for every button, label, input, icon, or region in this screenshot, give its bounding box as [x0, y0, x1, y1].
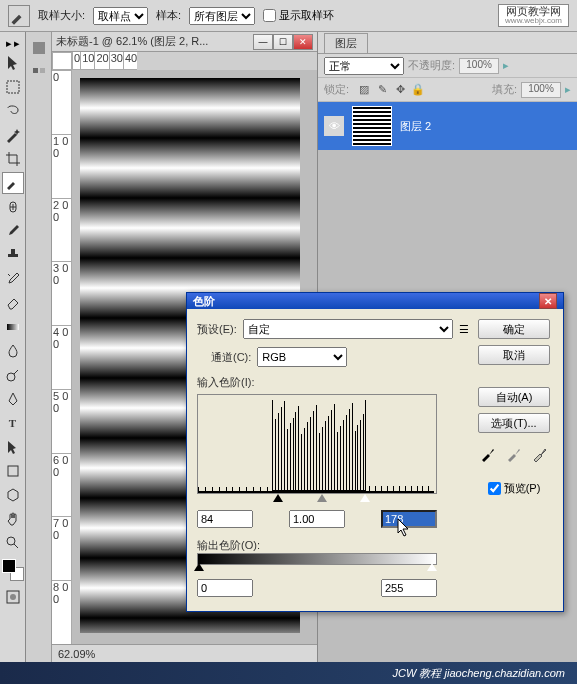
input-white-field[interactable] [381, 510, 437, 528]
layer-item[interactable]: 👁 图层 2 [318, 102, 577, 150]
close-button[interactable]: ✕ [293, 34, 313, 50]
svg-rect-9 [33, 68, 38, 73]
ruler-corner [52, 52, 72, 70]
3d-tool-icon[interactable] [2, 484, 24, 506]
path-select-tool-icon[interactable] [2, 436, 24, 458]
zoom-tool-icon[interactable] [2, 532, 24, 554]
gradient-tool-icon[interactable] [2, 316, 24, 338]
lasso-tool-icon[interactable] [2, 100, 24, 122]
cancel-button[interactable]: 取消 [478, 345, 550, 365]
eyedropper-tool-icon[interactable] [2, 172, 24, 194]
svg-rect-8 [33, 42, 45, 54]
lock-brush-icon[interactable]: ✎ [375, 83, 389, 97]
options-button[interactable]: 选项(T)... [478, 413, 550, 433]
horizontal-ruler[interactable]: 0 10 20 30 40 [72, 52, 137, 70]
dialog-titlebar[interactable]: 色阶 ✕ [187, 293, 563, 309]
move-tool-icon[interactable] [2, 52, 24, 74]
maximize-button[interactable]: ☐ [273, 34, 293, 50]
fill-arrow-icon[interactable]: ▸ [565, 83, 571, 96]
collapse-arrow-icon[interactable]: ▸ [6, 37, 12, 50]
input-black-field[interactable] [197, 510, 253, 528]
minimize-button[interactable]: — [253, 34, 273, 50]
marquee-tool-icon[interactable] [2, 76, 24, 98]
wand-tool-icon[interactable] [2, 124, 24, 146]
window-titlebar[interactable]: 未标题-1 @ 62.1% (图层 2, R... — ☐ ✕ [52, 32, 317, 52]
lock-move-icon[interactable]: ✥ [393, 83, 407, 97]
preset-label: 预设(E): [197, 322, 237, 337]
opacity-value[interactable]: 100% [459, 58, 499, 74]
healing-tool-icon[interactable] [2, 196, 24, 218]
sample-select[interactable]: 所有图层 [189, 7, 255, 25]
output-gradient [197, 553, 437, 565]
preview-input[interactable] [488, 482, 501, 495]
show-ring-checkbox[interactable]: 显示取样环 [263, 8, 334, 23]
dialog-close-button[interactable]: ✕ [539, 293, 557, 309]
midtone-slider[interactable] [317, 494, 327, 502]
crop-tool-icon[interactable] [2, 148, 24, 170]
out-black-slider[interactable] [194, 563, 204, 571]
channel-label: 通道(C): [211, 350, 251, 365]
brand-box: 网页教学网 www.webjx.com [498, 4, 569, 28]
eraser-tool-icon[interactable] [2, 292, 24, 314]
dialog-title: 色阶 [193, 294, 539, 309]
output-black-field[interactable] [197, 579, 253, 597]
lock-all-icon[interactable]: 🔒 [411, 83, 425, 97]
layer-thumbnail[interactable] [352, 106, 392, 146]
toolbox: ▸ ▸ T [0, 32, 26, 662]
collapse-arrow-icon[interactable]: ▸ [14, 37, 20, 50]
input-slider[interactable] [197, 496, 437, 506]
output-slider[interactable] [197, 565, 437, 575]
white-eyedropper-icon[interactable] [530, 445, 550, 465]
lock-transparency-icon[interactable]: ▨ [357, 83, 371, 97]
input-gamma-field[interactable] [289, 510, 345, 528]
visibility-eye-icon[interactable]: 👁 [324, 116, 344, 136]
fill-value[interactable]: 100% [521, 82, 561, 98]
show-ring-input[interactable] [263, 9, 276, 22]
opacity-arrow-icon[interactable]: ▸ [503, 59, 509, 72]
out-white-slider[interactable] [427, 563, 437, 571]
black-eyedropper-icon[interactable] [478, 445, 498, 465]
swatches-dock-icon[interactable] [28, 63, 50, 85]
white-point-slider[interactable] [360, 494, 370, 502]
zoom-level[interactable]: 62.09% [58, 648, 95, 660]
ok-button[interactable]: 确定 [478, 319, 550, 339]
black-point-slider[interactable] [273, 494, 283, 502]
vertical-ruler[interactable]: 0 1 0 0 2 0 0 3 0 0 4 0 0 5 0 0 6 0 0 7 … [52, 70, 72, 644]
layer-name[interactable]: 图层 2 [400, 119, 431, 134]
dodge-tool-icon[interactable] [2, 364, 24, 386]
input-levels-label: 输入色阶(I): [197, 375, 469, 390]
eyedropper-tool-icon[interactable] [8, 5, 30, 27]
svg-point-7 [10, 594, 16, 600]
quickmask-icon[interactable] [2, 586, 24, 608]
foreground-color[interactable] [2, 559, 16, 573]
brush-tool-icon[interactable] [2, 220, 24, 242]
history-brush-tool-icon[interactable] [2, 268, 24, 290]
type-tool-icon[interactable]: T [2, 412, 24, 434]
output-levels-label: 输出色阶(O): [197, 538, 469, 553]
hand-tool-icon[interactable] [2, 508, 24, 530]
history-dock-icon[interactable] [28, 37, 50, 59]
pen-tool-icon[interactable] [2, 388, 24, 410]
preset-select[interactable]: 自定 [243, 319, 453, 339]
fill-label: 填充: [492, 82, 517, 97]
blend-mode-select[interactable]: 正常 [324, 57, 404, 75]
channel-select[interactable]: RGB [257, 347, 347, 367]
preset-menu-icon[interactable]: ☰ [459, 323, 469, 336]
gray-eyedropper-icon[interactable] [504, 445, 524, 465]
sample-label: 样本: [156, 8, 181, 23]
options-bar: 取样大小: 取样点 样本: 所有图层 显示取样环 网页教学网 www.webjx… [0, 0, 577, 32]
color-swatches[interactable] [2, 559, 24, 581]
auto-button[interactable]: 自动(A) [478, 387, 550, 407]
stamp-tool-icon[interactable] [2, 244, 24, 266]
layers-tab[interactable]: 图层 [324, 33, 368, 53]
watermark: JCW 教程 jiaocheng.chazidian.com [0, 662, 577, 684]
window-title: 未标题-1 @ 62.1% (图层 2, R... [56, 34, 253, 49]
output-white-field[interactable] [381, 579, 437, 597]
blur-tool-icon[interactable] [2, 340, 24, 362]
svg-rect-4 [8, 466, 18, 476]
opacity-label: 不透明度: [408, 58, 455, 73]
shape-tool-icon[interactable] [2, 460, 24, 482]
preview-checkbox[interactable]: 预览(P) [488, 481, 541, 496]
status-bar: 62.09% [52, 644, 317, 662]
sample-size-select[interactable]: 取样点 [93, 7, 148, 25]
